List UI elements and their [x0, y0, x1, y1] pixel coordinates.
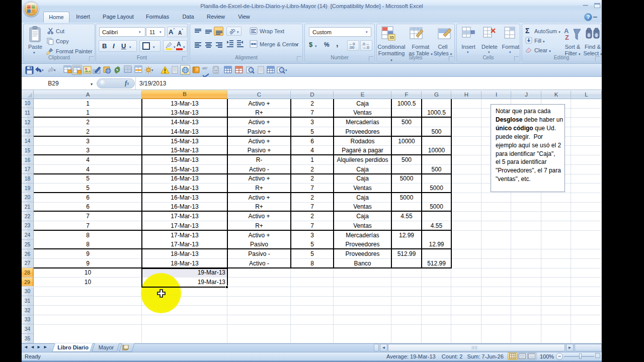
svg-text:Z: Z — [565, 34, 569, 41]
svg-text:35: 35 — [389, 35, 394, 40]
